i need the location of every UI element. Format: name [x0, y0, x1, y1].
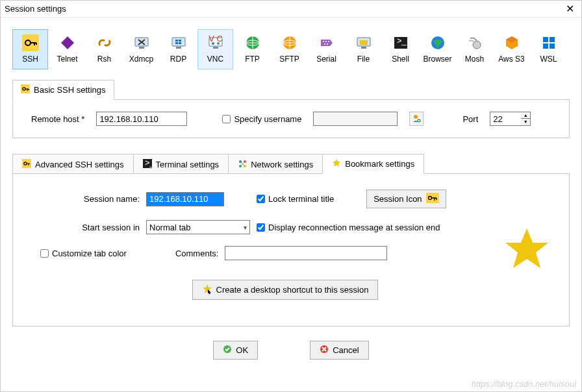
- svg-rect-10: [176, 47, 181, 49]
- svg-point-40: [414, 115, 418, 119]
- ok-button[interactable]: OK: [213, 341, 258, 360]
- remote-host-label: Remote host *: [31, 114, 84, 124]
- aws-icon: [503, 34, 521, 52]
- star-cursor-icon: [202, 284, 212, 296]
- comments-label: Comments:: [175, 249, 218, 258]
- session-type-label: RDP: [170, 55, 186, 64]
- session-type-telnet[interactable]: Telnet: [49, 29, 85, 69]
- tab-bookmark-settings[interactable]: Bookmark settings: [322, 154, 424, 174]
- svg-text:>_: >_: [145, 159, 152, 167]
- window-title: Session settings: [5, 4, 562, 14]
- svg-point-41: [418, 119, 420, 122]
- tab-basic-ssh-settings[interactable]: Basic SSH settings: [12, 80, 114, 100]
- create-desktop-shortcut-button[interactable]: Create a desktop shortcut to this sessio…: [192, 280, 379, 300]
- spinner-buttons[interactable]: ▲▼: [521, 112, 531, 126]
- cancel-icon: [320, 345, 329, 356]
- monitor-x-icon: [133, 34, 151, 52]
- svg-rect-36: [543, 43, 548, 49]
- session-type-label: Mosh: [465, 55, 484, 64]
- username-input: [313, 112, 398, 126]
- session-type-label: Telnet: [57, 55, 77, 64]
- session-type-rdp[interactable]: RDP: [160, 29, 196, 69]
- button-label: OK: [236, 345, 248, 355]
- diamond-icon: [58, 34, 77, 52]
- satellite-icon: [466, 34, 484, 52]
- session-type-vnc[interactable]: V C VNC: [197, 29, 233, 69]
- session-name-label: Session name:: [58, 194, 140, 204]
- tab-terminal-settings[interactable]: >_ Terminal settings: [133, 154, 229, 174]
- session-type-ssh[interactable]: SSH: [12, 29, 48, 69]
- svg-text:V C: V C: [209, 34, 223, 43]
- tab-label: Bookmark settings: [345, 159, 414, 169]
- tab-label: Basic SSH settings: [34, 85, 106, 95]
- session-type-shell[interactable]: >_ Shell: [383, 29, 418, 69]
- lock-terminal-title-checkbox[interactable]: Lock terminal title: [257, 194, 334, 204]
- specify-username-checkbox[interactable]: Specify username: [222, 114, 301, 124]
- monitor-folder-icon: [355, 34, 373, 52]
- monitor-win-icon: [170, 34, 188, 52]
- comments-input[interactable]: [225, 246, 387, 260]
- tab-label: Terminal settings: [156, 160, 220, 169]
- session-type-ftp[interactable]: FTP: [234, 29, 270, 69]
- tab-label: Advanced SSH settings: [35, 160, 124, 169]
- session-name-input[interactable]: [146, 192, 224, 206]
- watermark: https://blog.csdn.net/huisoul: [472, 379, 576, 389]
- tab-label: Network settings: [251, 160, 313, 169]
- remote-host-input[interactable]: [96, 112, 187, 126]
- svg-point-24: [327, 43, 328, 45]
- titlebar: Session settings ✕: [1, 1, 581, 18]
- customize-tab-color-checkbox[interactable]: Customize tab color: [40, 249, 127, 258]
- svg-rect-9: [179, 42, 181, 44]
- cancel-button[interactable]: Cancel: [310, 341, 368, 360]
- port-input[interactable]: [490, 112, 521, 126]
- session-type-browser[interactable]: Browser: [420, 29, 455, 69]
- link-icon: [95, 34, 114, 52]
- close-icon[interactable]: ✕: [562, 3, 577, 15]
- bookmark-settings-panel: Session name: Lock terminal title Sessio…: [12, 173, 570, 326]
- button-label: Create a desktop shortcut to this sessio…: [216, 285, 369, 295]
- tab-advanced-ssh-settings[interactable]: Advanced SSH settings: [12, 154, 134, 174]
- checkbox-label: Specify username: [234, 114, 301, 124]
- session-type-label: Rsh: [97, 55, 111, 64]
- checkbox-label: Lock terminal title: [268, 194, 334, 204]
- svg-rect-37: [550, 43, 555, 49]
- button-label: Cancel: [333, 345, 359, 355]
- session-type-label: Shell: [392, 55, 409, 64]
- network-icon: [238, 159, 247, 170]
- session-type-label: Aws S3: [498, 55, 524, 64]
- svg-point-22: [328, 41, 329, 42]
- session-type-rsh[interactable]: Rsh: [86, 29, 122, 69]
- session-type-xdmcp[interactable]: Xdmcp: [123, 29, 159, 69]
- start-session-in-label: Start session in: [58, 223, 140, 232]
- svg-rect-8: [175, 42, 178, 44]
- star-icon: [332, 158, 341, 169]
- terminal-icon: >_: [392, 34, 410, 52]
- session-type-label: Xdmcp: [129, 55, 153, 64]
- session-icon-button[interactable]: Session Icon: [366, 190, 446, 208]
- monitor-vnc-icon: V C: [207, 34, 225, 52]
- svg-point-21: [325, 41, 327, 42]
- key-icon: [426, 193, 439, 205]
- svg-rect-35: [550, 37, 555, 42]
- globe-green-icon: [244, 34, 262, 52]
- display-reconnection-checkbox[interactable]: Display reconnection message at session …: [257, 223, 440, 232]
- session-type-label: SSH: [22, 55, 38, 64]
- user-icon: [412, 114, 421, 125]
- checkbox-label: Display reconnection message at session …: [268, 223, 440, 232]
- basic-settings-panel: Remote host * Specify username Port ▲▼: [12, 99, 570, 138]
- chevron-down-icon: ▾: [244, 224, 247, 231]
- session-type-mosh[interactable]: Mosh: [457, 29, 492, 69]
- start-session-in-select[interactable]: Normal tab ▾: [146, 220, 250, 234]
- svg-marker-2: [61, 36, 74, 49]
- session-type-sftp[interactable]: SFTP: [272, 29, 307, 69]
- session-type-wsl[interactable]: WSL: [531, 29, 566, 69]
- user-lookup-button[interactable]: [409, 112, 424, 126]
- session-type-awss3[interactable]: Aws S3: [494, 29, 529, 69]
- serial-icon: [318, 34, 336, 52]
- checkbox-label: Customize tab color: [52, 249, 127, 258]
- session-type-serial[interactable]: Serial: [309, 29, 344, 69]
- tab-network-settings[interactable]: Network settings: [228, 154, 323, 174]
- port-stepper[interactable]: ▲▼: [490, 112, 531, 126]
- svg-text:>_: >_: [397, 36, 407, 45]
- session-type-file[interactable]: File: [346, 29, 381, 69]
